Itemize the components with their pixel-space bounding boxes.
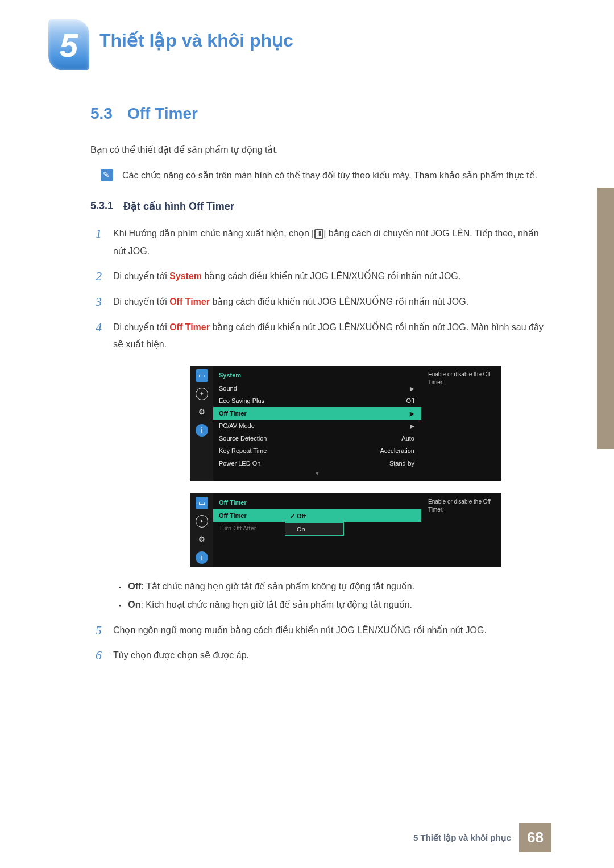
osd-menu-item: PC/AV Mode▶ xyxy=(213,420,421,432)
section-number: 5.3 xyxy=(48,105,113,123)
bullet-text: : Kích hoạt chức năng hẹn giờ tắt để sản… xyxy=(140,600,412,609)
note-icon xyxy=(101,169,113,181)
section-heading: 5.3 Off Timer xyxy=(48,105,551,123)
osd-description: Enable or disable the Off Timer. xyxy=(421,366,501,481)
step3-part-b: bằng cách điều khiển nút JOG LÊN/XUỐNG r… xyxy=(210,297,468,306)
osd-menu-item: Off Timer▶ xyxy=(213,407,421,420)
step-number: 5 xyxy=(90,622,102,639)
bullet-text: : Tắt chức năng hẹn giờ tắt để sản phẩm … xyxy=(141,582,414,591)
side-tab-decoration xyxy=(597,188,614,449)
scroll-down-icon: ▼ xyxy=(213,470,421,476)
step-2: 2 Di chuyển tới System bằng cách điều kh… xyxy=(48,268,551,285)
keyword-system: System xyxy=(169,271,202,281)
menu-icon: ⅠⅠⅠ xyxy=(314,229,323,239)
step-text: Tùy chọn được chọn sẽ được áp. xyxy=(113,647,249,665)
step-text: Chọn ngôn ngữ mong muốn bằng cách điều k… xyxy=(113,622,487,639)
page-content: 5 Thiết lập và khôi phục 5.3 Off Timer B… xyxy=(0,0,614,665)
osd-option-popup: ✓OffOn xyxy=(285,509,344,536)
keyword-off-timer: Off Timer xyxy=(169,297,210,306)
page-footer: 5 Thiết lập và khôi phục 68 xyxy=(413,823,551,852)
osd-main-panel: System Sound▶Eco Saving PlusOffOff Timer… xyxy=(213,366,421,481)
osd-sidebar-icons: ▭ ⚙ i xyxy=(190,366,213,481)
monitor-icon: ▭ xyxy=(196,369,208,382)
picture-icon xyxy=(196,515,208,528)
step-number: 3 xyxy=(90,293,102,311)
intro-text: Bạn có thể thiết đặt để sản phẩm tự động… xyxy=(48,142,551,157)
picture-icon xyxy=(196,388,208,400)
note-text: Các chức năng có sẵn trên màn hình có th… xyxy=(122,168,537,183)
step-number: 6 xyxy=(90,647,102,665)
step-6: 6 Tùy chọn được chọn sẽ được áp. xyxy=(48,647,551,665)
step-text: Di chuyển tới Off Timer bằng cách điều k… xyxy=(113,293,468,311)
osd-description: Enable or disable the Off Timer. xyxy=(421,493,501,567)
osd-title: System xyxy=(213,369,421,382)
osd-menu-item: Eco Saving PlusOff xyxy=(213,394,421,407)
step2-part-a: Di chuyển tới xyxy=(113,271,169,281)
bullet-icon: ● xyxy=(119,583,121,596)
step-number: 2 xyxy=(90,268,102,285)
osd-popup-option: ✓Off xyxy=(285,510,343,523)
footer-page-number: 68 xyxy=(519,823,551,852)
osd-sidebar-icons: ▭ ⚙ i xyxy=(190,493,213,567)
osd-off-timer-menu: ▭ ⚙ i Off Timer Off TimerTurn Off After … xyxy=(190,493,501,567)
osd-popup-option: On xyxy=(285,523,343,535)
step3-part-a: Di chuyển tới xyxy=(113,297,169,306)
bullet-icon: ● xyxy=(119,601,121,614)
chapter-header: 5 Thiết lập và khôi phục xyxy=(48,19,551,70)
subsection-number: 5.3.1 xyxy=(90,200,113,213)
bullet-label: On xyxy=(128,600,140,609)
info-icon: i xyxy=(196,424,208,437)
step-number: 4 xyxy=(90,319,102,354)
step-text: Di chuyển tới System bằng cách điều khiể… xyxy=(113,268,460,285)
step-5: 5 Chọn ngôn ngữ mong muốn bằng cách điều… xyxy=(48,622,551,639)
step-text: Khi Hướng dẫn phím chức năng xuất hiện, … xyxy=(113,225,551,260)
bullet-on: ● On: Kích hoạt chức năng hẹn giờ tắt để… xyxy=(119,596,551,614)
step-4: 4 Di chuyển tới Off Timer bằng cách điều… xyxy=(48,319,551,354)
step-text: Di chuyển tới Off Timer bằng cách điều k… xyxy=(113,319,551,354)
osd-system-menu: ▭ ⚙ i System Sound▶Eco Saving PlusOffOff… xyxy=(190,366,501,481)
osd-menu-item: Key Repeat TimeAcceleration xyxy=(213,445,421,457)
bullet-label: Off xyxy=(128,582,141,591)
osd-title: Off Timer xyxy=(213,497,421,509)
option-bullets: ● Off: Tắt chức năng hẹn giờ tắt để sản … xyxy=(48,578,551,614)
step-1: 1 Khi Hướng dẫn phím chức năng xuất hiện… xyxy=(48,225,551,260)
keyword-off-timer: Off Timer xyxy=(169,322,210,332)
step4-part-a: Di chuyển tới xyxy=(113,322,169,332)
subsection-heading: 5.3.1 Đặt cấu hình Off Timer xyxy=(48,200,551,213)
subsection-title: Đặt cấu hình Off Timer xyxy=(123,200,234,213)
step-number: 1 xyxy=(90,225,102,260)
footer-chapter: 5 Thiết lập và khôi phục xyxy=(413,833,511,843)
step1-part-a: Khi Hướng dẫn phím chức năng xuất hiện, … xyxy=(113,229,314,238)
chapter-title: Thiết lập và khôi phục xyxy=(99,30,293,51)
osd-menu-item: Sound▶ xyxy=(213,382,421,394)
gear-icon: ⚙ xyxy=(196,533,208,546)
section-title: Off Timer xyxy=(127,105,198,123)
osd-menu-item: Power LED OnStand-by xyxy=(213,457,421,470)
gear-icon: ⚙ xyxy=(196,406,208,418)
step-3: 3 Di chuyển tới Off Timer bằng cách điều… xyxy=(48,293,551,311)
bullet-off: ● Off: Tắt chức năng hẹn giờ tắt để sản … xyxy=(119,578,551,596)
monitor-icon: ▭ xyxy=(196,497,208,509)
chapter-number-badge: 5 xyxy=(48,19,89,70)
info-icon: i xyxy=(196,551,208,564)
osd-main-panel: Off Timer Off TimerTurn Off After ✓OffOn xyxy=(213,493,421,567)
osd-menu-item: Source DetectionAuto xyxy=(213,432,421,445)
step2-part-b: bằng cách điều khiển nút JOG LÊN/XUỐNG r… xyxy=(202,271,460,281)
note-block: Các chức năng có sẵn trên màn hình có th… xyxy=(48,168,551,183)
